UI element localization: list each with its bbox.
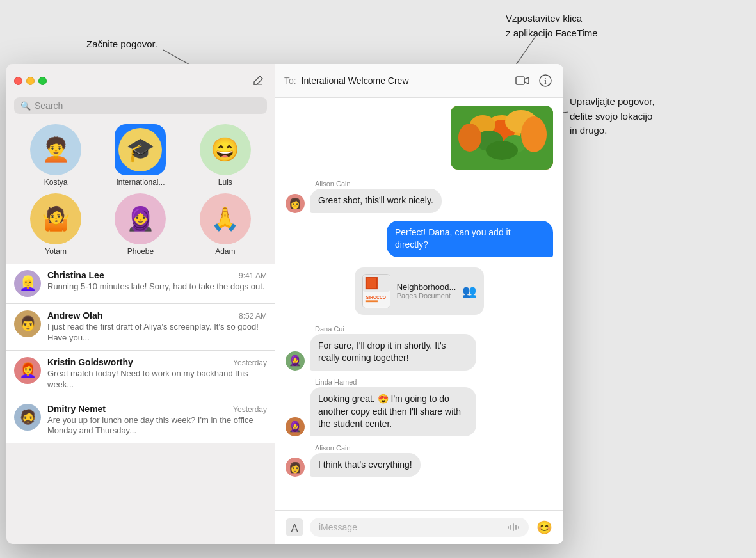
doc-attachment[interactable]: SIROCCO Neighborhood... Pages Document 👥 [355,267,485,315]
msg-row-linda: 🧕 Looking great. 😍 I'm going to do anoth… [286,387,553,436]
app-window: 🔍 Search 🧑‍🦱 Kostya 🎓 International... 😄… [6,64,563,544]
svg-rect-31 [515,525,517,530]
conv-time-andrew: 8:52 AM [239,312,267,321]
msg-avatar-alison-2: 👩 [286,458,305,477]
conv-name-andrew: Andrew Olah [47,310,102,321]
msg-group-alison-2: Alison Cain 👩 I think that's everything! [286,444,553,477]
avatar-adam-img: 🙏 [200,193,251,244]
msg-avatar-alison-1: 👩 [286,194,305,213]
svg-text:SIROCCO: SIROCCO [366,295,386,299]
conv-preview-christina: Running 5-10 minutes late! Sorry, had to… [47,282,267,292]
avatar-luis-img: 😄 [200,124,251,175]
svg-rect-30 [513,523,514,531]
chat-to-label: To: [284,76,296,86]
conv-avatar-dmitry: 🧔 [14,404,41,431]
search-icon: 🔍 [20,101,31,111]
flower-image-container [286,106,553,170]
conv-content-andrew: Andrew Olah 8:52 AM I just read the firs… [47,310,267,344]
chat-recipient: Interational Welcome Crew [302,76,508,86]
msg-row-sent-1: Perfect! Dana, can you add it directly? [387,221,553,257]
avatar-kostya[interactable]: 🧑‍🦱 Kostya [17,124,95,187]
conv-time-dmitry: Yesterday [233,405,267,414]
svg-rect-7 [516,77,524,84]
doc-attachment-container: SIROCCO Neighborhood... Pages Document 👥 [286,267,553,315]
maximize-button[interactable] [38,77,47,85]
compose-button[interactable] [249,72,267,90]
msg-sender-alison-2: Alison Cain [315,444,553,452]
conv-content-christina: Christina Lee 9:41 AM Running 5-10 minut… [47,270,267,292]
avatar-phoebe-label: Phoebe [127,247,154,256]
chat-panel: To: Interational Welcome Crew i [275,64,563,544]
chat-input-bar: A iMessage 😊 [275,510,563,544]
flower-image [451,106,553,170]
conv-item-kristin[interactable]: 👩‍🦰 Kristin Goldsworthy Yesterday Great … [6,351,275,397]
doc-share-icon[interactable]: 👥 [462,284,476,298]
avatar-yotam[interactable]: 🤷 Yotam [17,193,95,256]
minimize-button[interactable] [26,77,35,85]
msg-group-linda: Linda Hamed 🧕 Looking great. 😍 I'm going… [286,378,553,436]
conv-content-dmitry: Dmitry Nemet Yesterday Are you up for lu… [47,404,267,437]
msg-avatar-linda: 🧕 [286,417,305,436]
msg-sender-dana: Dana Cui [315,325,553,333]
avatar-adam[interactable]: 🙏 Adam [186,193,264,256]
svg-text:A: A [291,523,298,534]
avatar-grid: 🧑‍🦱 Kostya 🎓 International... 😄 Luis 🤷 Y… [6,119,275,264]
facetime-video-button[interactable] [513,72,531,90]
traffic-lights [14,77,47,85]
annotation-start-conversation: Začnite pogovor. [86,37,157,52]
svg-rect-25 [366,300,378,302]
msg-bubble-alison-1: Great shot, this'll work nicely. [310,189,442,213]
avatar-yotam-label: Yotam [45,247,67,256]
svg-rect-28 [508,526,509,529]
doc-info: Neighborhood... Pages Document [397,282,456,299]
conv-item-andrew[interactable]: 👨 Andrew Olah 8:52 AM I just read the fi… [6,304,275,351]
avatar-kostya-label: Kostya [44,178,68,187]
avatar-international[interactable]: 🎓 International... [101,124,179,187]
svg-point-19 [521,116,547,152]
msg-bubble-dana: For sure, I'll drop it in shortly. It's … [310,334,476,371]
conv-time-christina: 9:41 AM [239,271,267,280]
search-bar[interactable]: 🔍 Search [14,97,267,114]
msg-sender-alison-1: Alison Cain [315,180,553,187]
conv-avatar-andrew: 👨 [14,310,41,337]
doc-name: Neighborhood... [397,282,456,292]
conv-preview-dmitry: Are you up for lunch one day this week? … [47,415,267,437]
avatar-phoebe[interactable]: 🧕 Phoebe [101,193,179,256]
svg-point-18 [458,124,481,152]
message-placeholder: iMessage [319,522,357,532]
close-button[interactable] [14,77,22,85]
conv-avatar-kristin: 👩‍🦰 [14,357,41,384]
sidebar: 🔍 Search 🧑‍🦱 Kostya 🎓 International... 😄… [6,64,275,544]
annotation-manage: Upravljajte pogovor, delite svojo lokaci… [570,95,655,138]
doc-icon: SIROCCO [362,274,390,308]
annotation-facetime: Vzpostavitev klica z aplikacijo FaceTime [506,12,598,40]
sidebar-header [6,64,275,95]
avatar-phoebe-img: 🧕 [115,193,166,244]
avatar-international-label: International... [116,178,165,187]
msg-bubble-alison-2: I think that's everything! [310,453,421,477]
chat-header: To: Interational Welcome Crew i [275,64,563,98]
avatar-yotam-img: 🤷 [30,193,81,244]
search-input[interactable]: Search [35,100,63,111]
info-button[interactable]: i [536,72,554,90]
conv-item-dmitry[interactable]: 🧔 Dmitry Nemet Yesterday Are you up for … [6,397,275,444]
avatar-luis[interactable]: 😄 Luis [186,124,264,187]
msg-row-dana: 🧕 For sure, I'll drop it in shortly. It'… [286,334,553,371]
avatar-adam-label: Adam [215,247,235,256]
conversation-list: 👱‍♀️ Christina Lee 9:41 AM Running 5-10 … [6,264,275,544]
msg-row-alison-1: 👩 Great shot, this'll work nicely. [286,189,553,213]
conv-time-kristin: Yesterday [233,358,267,367]
message-input[interactable]: iMessage [310,518,529,537]
msg-avatar-dana: 🧕 [286,351,305,371]
emoji-button[interactable]: 😊 [534,517,554,538]
svg-rect-32 [518,526,519,529]
svg-point-17 [486,141,518,160]
conv-name-dmitry: Dmitry Nemet [47,404,106,414]
conv-preview-andrew: I just read the first draft of Aliya's s… [47,322,267,344]
conv-name-christina: Christina Lee [47,270,104,280]
msg-bubble-sent-1: Perfect! Dana, can you add it directly? [387,221,553,257]
msg-group-alison-1: Alison Cain 👩 Great shot, this'll work n… [286,180,553,213]
conv-item-christina[interactable]: 👱‍♀️ Christina Lee 9:41 AM Running 5-10 … [6,264,275,304]
app-store-button[interactable]: A [284,517,305,538]
msg-group-dana: Dana Cui 🧕 For sure, I'll drop it in sho… [286,325,553,371]
